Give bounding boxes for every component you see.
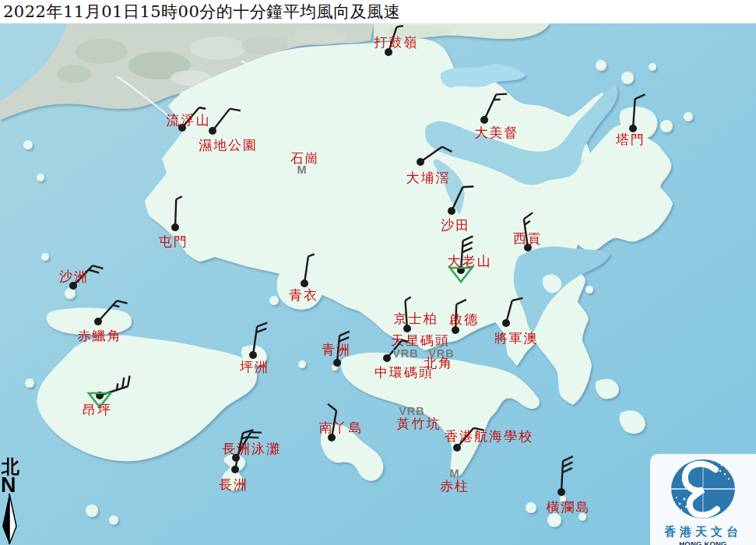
map-title: 2022年11月01日15時00分的十分鐘平均風向及風速 <box>3 2 400 21</box>
logo-name-chinese: 香港天文台 <box>650 525 756 540</box>
station-label: 香港航海學校 <box>445 428 533 444</box>
station-status: VRB <box>399 405 425 417</box>
station-label: 流浮山 <box>167 112 211 128</box>
station-status: M <box>449 467 459 480</box>
station-label: 青衣 <box>289 287 318 303</box>
station-label: 塔門 <box>615 132 645 147</box>
station-label: 橫瀾島 <box>547 499 591 515</box>
station-status: VRB <box>428 347 455 360</box>
station-label: 南丫島 <box>319 420 364 435</box>
station-label: 天星碼頭 <box>391 332 450 348</box>
title-bar: 2022年11月01日15時00分的十分鐘平均風向及風速 <box>0 0 756 23</box>
station-label: 坪洲 <box>240 359 269 374</box>
station-status: M <box>297 164 307 176</box>
station-label: 中環碼頭 <box>374 364 434 380</box>
station-label: 大老山 <box>448 253 492 269</box>
station-label: 濕地公園 <box>199 137 258 153</box>
station-label: 打鼓嶺 <box>374 34 419 50</box>
station-label: 屯門 <box>159 234 188 249</box>
station-label: 大美督 <box>475 125 519 140</box>
station-label: 赤鱲角 <box>78 328 122 343</box>
hong-kong-map: 打鼓嶺流浮山濕地公園石崗M大美督塔門大埔滘沙田屯門西貢大老山沙洲青衣赤鱲角京士柏… <box>0 0 756 545</box>
station-label: 啟德 <box>449 311 479 327</box>
station-label: 長洲 <box>219 476 248 492</box>
wind-map-screen: 打鼓嶺流浮山濕地公園石崗M大美督塔門大埔滘沙田屯門西貢大老山沙洲青衣赤鱲角京士柏… <box>0 0 756 545</box>
station-label: 大埔滘 <box>406 170 451 185</box>
station-status: VRB <box>392 347 419 360</box>
station-label: 京士柏 <box>394 311 438 326</box>
logo-name-english: HONG KONG OBSERVATORY <box>650 540 756 545</box>
station-label: 赤柱 <box>440 478 469 494</box>
station-label: 西貢 <box>513 230 543 246</box>
station-label: 昂坪 <box>83 402 112 417</box>
station-label: 青洲 <box>322 342 351 357</box>
station-label: 長洲泳灘 <box>222 441 281 456</box>
compass-north-letter: N <box>1 473 16 497</box>
station-label: 將軍澳 <box>494 330 539 346</box>
station-label: 沙洲 <box>59 269 89 284</box>
station-label: 沙田 <box>441 217 470 233</box>
station-label: 黃竹坑 <box>397 416 441 431</box>
hko-logo-symbol <box>650 454 756 521</box>
hko-logo: 香港天文台 HONG KONG OBSERVATORY <box>650 454 756 545</box>
